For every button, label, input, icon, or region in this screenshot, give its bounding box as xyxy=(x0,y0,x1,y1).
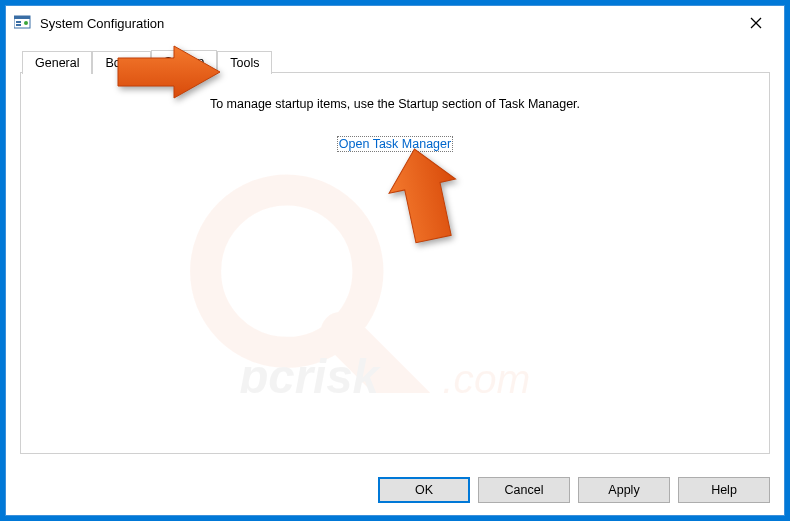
svg-rect-2 xyxy=(16,21,21,23)
apply-button[interactable]: Apply xyxy=(578,477,670,503)
startup-message: To manage startup items, use the Startup… xyxy=(41,97,749,111)
svg-text:pcrisk: pcrisk xyxy=(237,350,381,393)
cancel-button[interactable]: Cancel xyxy=(478,477,570,503)
button-row: OK Cancel Apply Help xyxy=(6,465,784,515)
tab-services[interactable]: es xyxy=(123,51,151,74)
open-task-manager-link[interactable]: Open Task Manager xyxy=(337,136,453,152)
open-task-manager-container: Open Task Manager xyxy=(41,137,749,151)
window-title: System Configuration xyxy=(40,16,734,31)
content-area: General Bo es Startup Tools To manage st… xyxy=(6,40,784,465)
svg-rect-1 xyxy=(14,16,30,19)
watermark: pcrisk .com xyxy=(61,163,729,393)
svg-text:.com: .com xyxy=(442,356,530,393)
startup-tabpane: To manage startup items, use the Startup… xyxy=(20,72,770,454)
close-icon xyxy=(750,17,762,29)
tab-general[interactable]: General xyxy=(22,51,92,74)
help-button[interactable]: Help xyxy=(678,477,770,503)
tab-boot[interactable]: Bo xyxy=(92,51,122,74)
svg-point-4 xyxy=(24,21,28,25)
titlebar: System Configuration xyxy=(6,6,784,40)
tab-startup[interactable]: Startup xyxy=(151,50,217,73)
tabstrip: General Bo es Startup Tools xyxy=(20,50,770,73)
svg-rect-3 xyxy=(16,24,21,26)
app-icon xyxy=(14,14,32,32)
close-button[interactable] xyxy=(734,9,778,37)
tab-tools[interactable]: Tools xyxy=(217,51,272,74)
ok-button[interactable]: OK xyxy=(378,477,470,503)
svg-point-7 xyxy=(206,190,368,352)
system-configuration-window: System Configuration General Bo es Start… xyxy=(5,5,785,516)
svg-line-8 xyxy=(341,332,415,393)
